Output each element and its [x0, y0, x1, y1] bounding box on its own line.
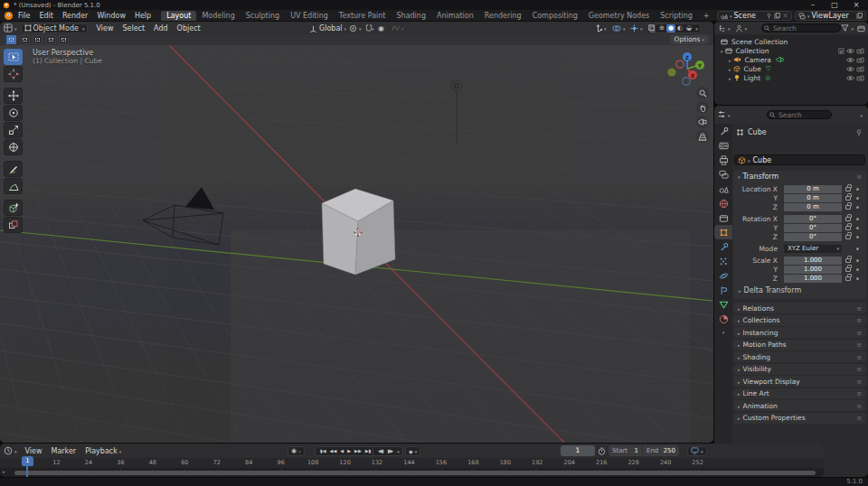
camera-object[interactable] [143, 187, 223, 245]
snap-settings-dropdown[interactable] [370, 24, 374, 33]
viewport-menu-add[interactable]: Add [149, 24, 173, 33]
properties-editor-type-button[interactable] [717, 110, 731, 119]
toggle-ortho-button[interactable] [696, 130, 709, 143]
animate-dot[interactable] [856, 197, 859, 200]
panel-custom-properties[interactable]: Custom Properties [733, 413, 866, 424]
select-mode-invert-button[interactable] [46, 35, 56, 44]
panel-drag-handle[interactable] [856, 316, 862, 324]
outliner-row-label[interactable]: Collection [736, 47, 769, 55]
tool-cursor-button[interactable] [4, 66, 23, 82]
lock-icon[interactable] [845, 235, 851, 239]
animate-dot[interactable] [856, 227, 859, 229]
panel-drag-handle[interactable] [856, 353, 862, 361]
pin-id-icon[interactable] [855, 129, 863, 136]
timeline-menu-playback[interactable]: Playback [80, 447, 126, 455]
outliner-search-input[interactable] [761, 23, 841, 33]
proportional-falloff-dropdown[interactable] [392, 24, 404, 33]
rotation-x-field[interactable]: 0° [784, 215, 842, 223]
panel-relations[interactable]: Relations [733, 303, 866, 313]
gizmo-neg-y-ball[interactable] [667, 68, 675, 76]
tool-rotate-button[interactable] [4, 105, 23, 121]
proportional-editing-toggle[interactable]: ◉ [378, 24, 384, 33]
properties-tab-tool[interactable] [714, 124, 732, 138]
panel-drag-handle[interactable] [856, 173, 862, 181]
camera-view-button[interactable] [696, 116, 709, 128]
select-mode-subtract-button[interactable] [33, 35, 42, 44]
properties-tab-view-layer[interactable] [714, 167, 732, 182]
hide-eye-icon[interactable] [846, 75, 854, 81]
zoom-button[interactable] [696, 87, 709, 99]
viewport-menu-select[interactable]: Select [118, 24, 149, 33]
workspace-tab-texture-paint[interactable]: Texture Paint [334, 11, 392, 21]
properties-tab-object-data[interactable] [714, 297, 732, 312]
lock-icon[interactable] [845, 196, 851, 201]
panel-viewport-display[interactable]: Viewport Display [733, 376, 866, 387]
hide-eye-icon[interactable] [846, 57, 854, 63]
new-view-layer-icon[interactable] [856, 13, 863, 19]
location-z-field[interactable]: 0 m [784, 203, 842, 211]
disable-render-icon[interactable] [856, 75, 864, 81]
select-mode-set-button[interactable] [6, 35, 16, 44]
lock-icon[interactable] [845, 205, 851, 210]
panel-shading[interactable]: Shading [733, 351, 866, 362]
view-layer-browse-dropdown[interactable] [806, 12, 810, 20]
workspace-tab-layout[interactable]: Layout [161, 11, 196, 21]
disable-render-icon[interactable] [856, 57, 864, 63]
viewport-menu-view[interactable]: View [91, 24, 118, 33]
workspace-tab-compositing[interactable]: Compositing [527, 11, 583, 21]
workspace-tab-scripting[interactable]: Scripting [655, 11, 698, 21]
panel-drag-handle[interactable] [856, 389, 862, 397]
animate-dot[interactable] [856, 188, 859, 191]
frame-back-button[interactable]: ◀▮ [376, 446, 386, 455]
minimize-button[interactable]: – [803, 0, 823, 10]
new-scene-icon[interactable] [774, 13, 780, 19]
mode-selector[interactable]: Object Mode [21, 23, 89, 33]
properties-search-input[interactable] [767, 110, 832, 119]
panel-drag-handle[interactable] [856, 329, 862, 337]
playhead[interactable]: 1 [22, 456, 33, 466]
object-name-field[interactable]: Cube [734, 154, 865, 165]
expand-arrow-icon[interactable] [729, 74, 731, 82]
editor-type-button[interactable] [4, 23, 17, 33]
gizmo-neg-x-ball[interactable] [676, 61, 684, 68]
frame-start-field[interactable]: Start 1 [609, 445, 642, 456]
collapse-arrow-icon[interactable] [738, 173, 741, 181]
maximize-button[interactable]: □ [825, 0, 844, 10]
timeline-menu-view[interactable]: View [21, 447, 47, 455]
lock-icon[interactable] [845, 267, 851, 272]
rotation-z-field[interactable]: 0° [784, 233, 842, 241]
expand-arrow-icon[interactable] [721, 47, 723, 55]
hide-eye-icon[interactable] [846, 48, 854, 54]
delta-transform-subpanel[interactable]: Delta Transform [739, 286, 801, 294]
tab-overflow-chevron-icon[interactable]: ▾ [714, 330, 732, 335]
menu-render[interactable]: Render [58, 12, 92, 20]
tool-measure-button[interactable] [4, 178, 23, 194]
lock-icon[interactable] [845, 258, 851, 263]
select-mode-intersect-button[interactable] [59, 35, 69, 44]
shading-rendered-button[interactable]: ◒ [684, 24, 693, 33]
workspace-tab-uv-editing[interactable]: UV Editing [285, 11, 334, 21]
outliner-funnel-dropdown[interactable] [841, 24, 854, 33]
viewport-menu-object[interactable]: Object [173, 24, 205, 33]
timeline-scrollbar[interactable] [14, 471, 816, 475]
workspace-tab-rendering[interactable]: Rendering [479, 11, 527, 21]
frame-end-field[interactable]: End 250 [643, 445, 679, 456]
view-layer-name[interactable]: ViewLayer [812, 12, 849, 20]
panel-motion-paths[interactable]: Motion Paths [733, 340, 866, 350]
expand-arrow-icon[interactable] [729, 65, 731, 73]
tool-annotate-button[interactable] [4, 161, 23, 177]
tool-scale-button[interactable] [4, 122, 23, 138]
location-y-field[interactable]: 0 m [784, 194, 842, 202]
outliner-row-camera[interactable]: Camera [714, 55, 868, 64]
unlink-scene-icon[interactable]: × [782, 12, 788, 20]
panel-visibility[interactable]: Visibility [733, 364, 866, 375]
properties-search[interactable] [767, 110, 832, 119]
disable-render-icon[interactable] [856, 48, 864, 54]
scale-z-field[interactable]: 1.000 [784, 275, 842, 283]
outliner-row-light[interactable]: Light ◎ [714, 73, 868, 82]
shading-solid-button[interactable]: ● [666, 24, 675, 33]
playhead-stem[interactable] [26, 466, 28, 477]
timeline-menu-marker[interactable]: Marker [47, 447, 81, 455]
object-name-value[interactable]: Cube [753, 156, 772, 164]
menu-window[interactable]: Window [92, 12, 130, 20]
